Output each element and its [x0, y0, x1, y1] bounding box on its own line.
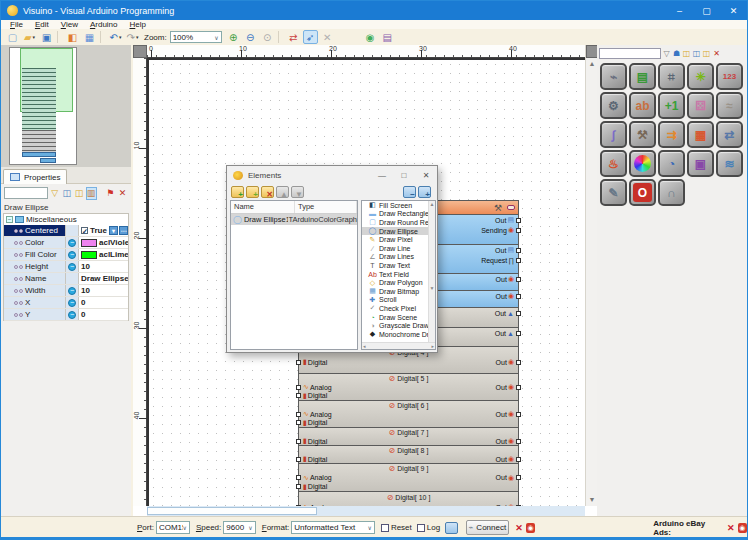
connector-toggle-icon[interactable]: −: [68, 311, 76, 319]
expand-categories-icon[interactable]: +: [418, 186, 431, 198]
pin-icon[interactable]: [19, 229, 23, 233]
connector-toggle-icon[interactable]: −: [68, 239, 76, 247]
stop-icon[interactable]: ◉: [526, 523, 535, 533]
connector-toggle-icon[interactable]: −: [68, 299, 76, 307]
property-row-x[interactable]: X−0: [4, 297, 128, 309]
menu-help[interactable]: Help: [124, 20, 152, 29]
tutorials-icon[interactable]: ▤: [380, 30, 395, 44]
output-pin-out[interactable]: Out▤: [495, 216, 518, 224]
breadboard-icon[interactable]: ▤: [629, 63, 656, 90]
menu-file[interactable]: File: [4, 20, 29, 29]
elements-dialog-titlebar[interactable]: Elements —□✕: [227, 166, 437, 184]
pin-connector[interactable]: [516, 311, 521, 316]
palette-vertical-scrollbar[interactable]: ▲▼: [428, 201, 435, 342]
move-down-icon[interactable]: ▼: [291, 186, 304, 198]
random-icon[interactable]: ⚄: [687, 92, 714, 119]
collapse-categories-icon[interactable]: −: [403, 186, 416, 198]
scrollbar-thumb[interactable]: [147, 507, 317, 515]
ads-close-tools-icon[interactable]: ✕: [727, 523, 735, 533]
palette-item-text-field[interactable]: AbText Field: [362, 270, 435, 279]
property-value[interactable]: Draw Ellipse1: [79, 273, 128, 284]
pin-connector[interactable]: [516, 294, 521, 299]
minimize-button[interactable]: –: [666, 1, 693, 20]
text-icon[interactable]: ab: [629, 92, 656, 119]
protocols-icon[interactable]: ⇄: [716, 121, 743, 148]
add-multiple-icon[interactable]: +: [246, 186, 259, 198]
elements-list[interactable]: Name Type ◯ Draw Ellipse1 TArduinoColorG…: [230, 200, 358, 350]
input-pin-digital[interactable]: ▮Digital: [299, 419, 327, 427]
elements-dialog[interactable]: Elements —□✕ ++✕▲▼−+ Name Type ◯ Draw El…: [226, 165, 438, 353]
color-swatch[interactable]: [81, 251, 97, 259]
property-value[interactable]: 0: [79, 309, 128, 320]
pin-connector[interactable]: [516, 248, 521, 253]
arrange-icon[interactable]: ▥: [86, 187, 97, 200]
edit-icon[interactable]: ✎: [600, 179, 627, 206]
property-category-row[interactable]: − Miscellaneous: [4, 214, 128, 225]
reset-checkbox[interactable]: [381, 524, 389, 532]
pin-connector[interactable]: [516, 360, 521, 365]
pin-connector[interactable]: [296, 420, 301, 425]
board-section-Digital9[interactable]: ⊘Digital[ 9 ]∿AnalogOut◉▮Digital: [298, 464, 519, 492]
dropdown-button[interactable]: ▾: [109, 226, 118, 235]
connector-toggle-icon[interactable]: −: [68, 263, 76, 271]
save-project-icon[interactable]: ▣: [39, 30, 54, 44]
output-pin-sending[interactable]: Sending◉: [481, 226, 518, 234]
menu-view[interactable]: View: [55, 20, 84, 29]
numbers-icon[interactable]: 123: [716, 63, 743, 90]
tab-properties[interactable]: Properties: [3, 169, 67, 184]
palette-item-draw-round-rec[interactable]: ▢Draw Round Rec: [362, 218, 435, 227]
palette-item-draw-line[interactable]: ∕Draw Line: [362, 244, 435, 253]
math-icon[interactable]: +1: [658, 92, 685, 119]
pin-icon[interactable]: [19, 301, 23, 305]
output-pin-out[interactable]: Out◉: [496, 275, 518, 283]
pin-icon[interactable]: [19, 289, 23, 293]
output-pin-out[interactable]: Out◉: [496, 292, 518, 300]
property-row-y[interactable]: Y−0: [4, 309, 128, 321]
board-section-Digital7[interactable]: ⊘Digital[ 7 ]▮DigitalOut◉: [298, 428, 519, 446]
element-row-selected[interactable]: ◯ Draw Ellipse1 TArduinoColorGraphic...: [231, 214, 357, 225]
network-icon[interactable]: ⌗: [658, 63, 685, 90]
toggle-grid-icon[interactable]: ▦: [82, 30, 97, 44]
motor-icon[interactable]: ⚙: [600, 92, 627, 119]
undo-icon[interactable]: ↶▾: [108, 30, 123, 44]
delete-wires-icon[interactable]: ✕: [320, 30, 335, 44]
output-pin-out[interactable]: Out◉: [496, 383, 518, 391]
palette-item-monochrome-drav[interactable]: ◆Monochrome Drav: [362, 330, 435, 339]
wrench-icon[interactable]: ⚒: [494, 203, 502, 213]
video-icon[interactable]: ▣: [687, 150, 714, 177]
close-button[interactable]: ✕: [720, 1, 747, 20]
folder-icon[interactable]: ◫: [702, 48, 711, 59]
pin-icon[interactable]: [14, 289, 18, 293]
property-row-color[interactable]: Color−aclViolet: [4, 237, 128, 249]
filters-icon[interactable]: ≈: [716, 92, 743, 119]
palette-item-draw-text[interactable]: TDraw Text: [362, 261, 435, 270]
component-search-input[interactable]: [599, 48, 661, 59]
expand-all-icon[interactable]: ◫: [73, 187, 84, 200]
date-time-icon[interactable]: ◔: [658, 150, 685, 177]
pin-icon[interactable]: [19, 277, 23, 281]
column-type[interactable]: Type: [295, 201, 357, 213]
input-pin-digital[interactable]: ▮Digital: [299, 358, 327, 366]
pin-connector[interactable]: [516, 218, 521, 223]
pin-connector[interactable]: [296, 385, 301, 390]
property-value[interactable]: aclViolet: [79, 237, 128, 248]
delete-element-icon[interactable]: ✕: [261, 186, 274, 198]
format-combobox[interactable]: Unformatted Text∨: [291, 521, 375, 534]
property-value[interactable]: aclLime: [79, 249, 128, 260]
pin-icon[interactable]: [14, 241, 18, 245]
palette-item-draw-bitmap[interactable]: ▦Draw Bitmap: [362, 287, 435, 296]
dialog-minimize-button[interactable]: —: [371, 166, 393, 184]
pin-icon[interactable]: [19, 265, 23, 269]
palette-item-draw-lines[interactable]: ∠Draw Lines: [362, 253, 435, 262]
new-project-icon[interactable]: ▢: [5, 30, 20, 44]
palette-item-draw-polygon[interactable]: ◇Draw Polygon: [362, 278, 435, 287]
output-pin-out[interactable]: Out▤: [495, 246, 518, 254]
property-value[interactable]: 0: [79, 297, 128, 308]
pin-connector[interactable]: [516, 258, 521, 263]
audio-icon[interactable]: ∩: [658, 179, 685, 206]
input-pin-digital[interactable]: ▮Digital: [299, 437, 327, 445]
pin-connector[interactable]: [296, 484, 301, 489]
palette-item-draw-pixel[interactable]: ✎Draw Pixel: [362, 235, 435, 244]
close-tools-icon[interactable]: ✕: [117, 187, 128, 200]
move-up-icon[interactable]: ▲: [276, 186, 289, 198]
